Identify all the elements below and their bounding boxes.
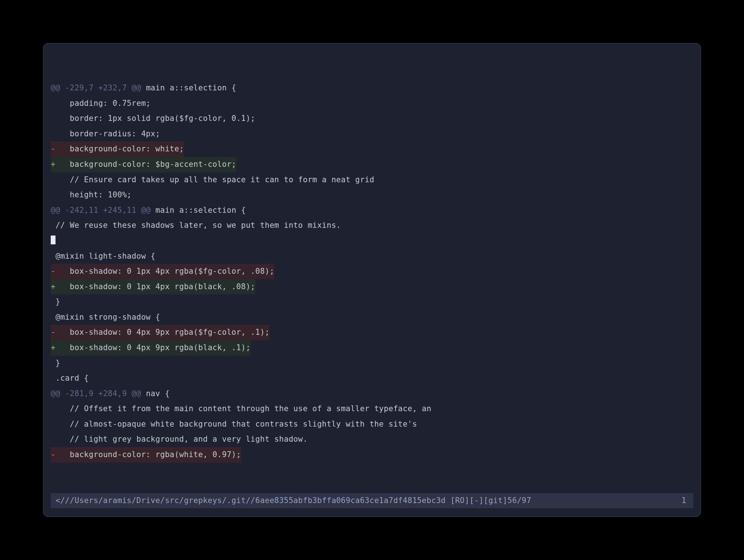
diff-added-line: + background-color: $bg-accent-color; [51, 157, 693, 172]
terminal-window[interactable]: @@ -229,7 +232,7 @@ main a::selection { … [43, 43, 701, 517]
diff-removed-line: - box-shadow: 0 4px 9px rgba($fg-color, … [51, 325, 693, 340]
diff-removed-line: - background-color: white; [51, 141, 693, 157]
diff-removed-line: - background-color: rgba(white, 0.97); [51, 447, 693, 463]
status-file-path: <///Users/aramis/Drive/src/grepkeys/.git… [51, 493, 682, 509]
diff-context-line: border: 1px solid rgba($fg-color, 0.1); [51, 111, 693, 126]
diff-context-line: // Ensure card takes up all the space it… [51, 172, 693, 188]
diff-context-line: // almost-opaque white background that c… [51, 417, 693, 432]
diff-removed-line: - box-shadow: 0 1px 4px rgba($fg-color, … [51, 264, 693, 279]
diff-hunk-header: @@ -242,11 +245,11 @@ main a::selection … [51, 203, 693, 218]
cursor-line [51, 233, 693, 249]
diff-context-line: } [51, 294, 693, 310]
diff-context-line: // We reuse these shadows later, so we p… [51, 218, 693, 233]
diff-context-line: padding: 0.75rem; [51, 96, 693, 111]
diff-context-line: @mixin strong-shadow { [51, 310, 693, 325]
diff-context-line: // Offset it from the main content throu… [51, 401, 693, 417]
diff-hunk-header: @@ -229,7 +232,7 @@ main a::selection { [51, 80, 693, 96]
diff-added-line: + box-shadow: 0 1px 4px rgba(black, .08)… [51, 279, 693, 295]
diff-context-line: // light grey background, and a very lig… [51, 432, 693, 447]
status-line: <///Users/aramis/Drive/src/grepkeys/.git… [51, 493, 693, 509]
diff-context-line: .card { [51, 371, 693, 386]
diff-added-line: + box-shadow: 0 4px 9px rgba(black, .1); [51, 340, 693, 356]
diff-content[interactable]: @@ -229,7 +232,7 @@ main a::selection { … [51, 50, 693, 517]
status-column: 1 [682, 493, 691, 509]
diff-context-line: @mixin light-shadow { [51, 249, 693, 264]
diff-context-line: height: 100%; [51, 187, 693, 203]
diff-context-line: } [51, 356, 693, 371]
cursor-block-icon [51, 236, 56, 244]
diff-hunk-header: @@ -281,9 +284,9 @@ nav { [51, 386, 693, 402]
diff-context-line: border-radius: 4px; [51, 126, 693, 142]
